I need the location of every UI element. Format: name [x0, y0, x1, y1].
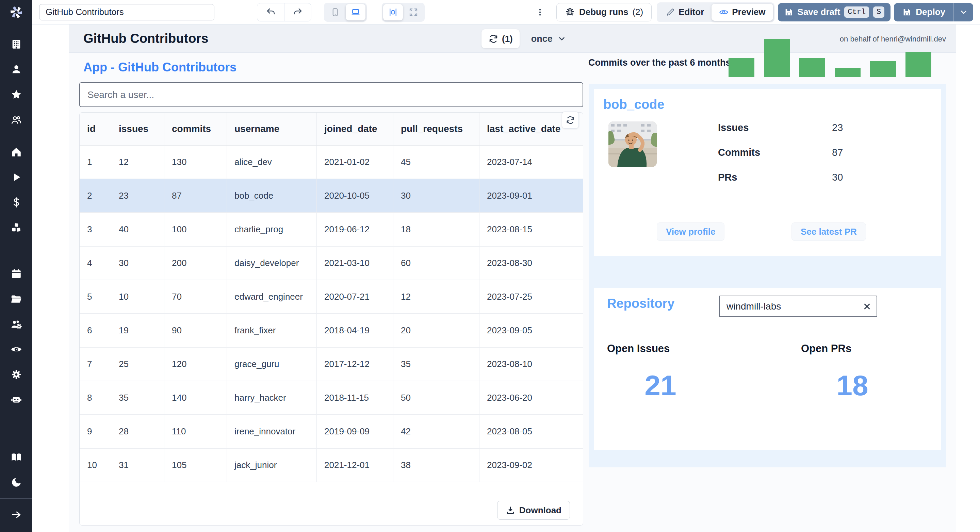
table-cell: 2023-07-14	[479, 146, 583, 179]
table-cell: 2023-09-05	[479, 314, 583, 347]
table-row[interactable]: 51070edward_engineer2020-07-21122023-07-…	[80, 280, 583, 314]
kebab-icon	[536, 8, 544, 17]
calendar-icon[interactable]	[10, 267, 23, 281]
arrow-right-icon[interactable]	[10, 508, 23, 521]
folder-icon[interactable]	[10, 292, 23, 306]
cubes-icon[interactable]	[10, 221, 23, 234]
preview-tab[interactable]: Preview	[711, 4, 773, 21]
view-profile-button[interactable]: View profile	[657, 222, 724, 241]
align-center-icon	[388, 7, 398, 17]
repository-input[interactable]	[720, 301, 858, 312]
save-draft-button[interactable]: Save draft Ctrl S	[778, 3, 891, 21]
editor-tab[interactable]: Editor	[658, 4, 711, 21]
save-icon	[902, 8, 912, 17]
table-row[interactable]: 22387bob_code2020-10-05302023-09-01	[80, 179, 583, 213]
table-row[interactable]: 340100charlie_prog2019-06-12182023-08-15	[80, 213, 583, 247]
moon-icon[interactable]	[10, 476, 23, 489]
play-icon[interactable]	[10, 170, 23, 184]
table-cell: jack_junior	[227, 449, 317, 482]
building-icon[interactable]	[10, 37, 23, 51]
table-row[interactable]: 61990frank_fixer2018-04-19202023-09-05	[80, 314, 583, 348]
chevron-down-icon	[557, 34, 566, 43]
layout-toggle-group	[382, 3, 425, 22]
refresh-icon	[566, 115, 575, 125]
table-row[interactable]: 1031105jack_junior2021-12-01382023-09-02	[80, 449, 583, 482]
table-row[interactable]: 928110irene_innovator2019-09-09422023-08…	[80, 415, 583, 449]
column-header-commits[interactable]: commits	[164, 113, 227, 145]
table-cell: 2023-08-30	[479, 247, 583, 279]
table-cell: 9	[80, 415, 111, 448]
column-header-username[interactable]: username	[227, 113, 317, 145]
table-cell: harry_hacker	[227, 381, 317, 414]
desktop-view-button[interactable]	[346, 4, 366, 21]
more-options-button[interactable]	[533, 8, 547, 17]
table-cell: 105	[164, 449, 227, 482]
robot-icon[interactable]	[10, 393, 23, 407]
debug-runs-label: Debug runs	[579, 7, 628, 17]
users-gear-icon[interactable]	[10, 318, 23, 331]
schedule-label: once	[531, 34, 553, 44]
mobile-view-button[interactable]	[325, 4, 345, 21]
debug-runs-button[interactable]: Debug runs (2)	[556, 3, 652, 21]
table-cell: 35	[111, 381, 164, 414]
redo-button[interactable]	[284, 3, 311, 21]
save-icon	[784, 8, 794, 17]
download-icon	[506, 505, 515, 515]
table-cell: 70	[164, 280, 227, 313]
dollar-icon[interactable]	[10, 195, 23, 209]
table-cell: 25	[111, 348, 164, 381]
table-cell: 28	[111, 415, 164, 448]
see-latest-pr-button[interactable]: See latest PR	[791, 222, 866, 241]
table-row[interactable]: 725120grace_guru2017-12-12352023-08-10	[80, 348, 583, 381]
table-cell: 30	[111, 247, 164, 279]
app-name-input[interactable]	[39, 4, 215, 21]
profile-username: bob_code	[603, 97, 664, 112]
star-icon[interactable]	[10, 88, 23, 102]
download-button[interactable]: Download	[497, 501, 570, 520]
table-cell: bob_code	[227, 179, 317, 212]
search-input[interactable]	[79, 82, 583, 107]
table-footer: Download	[80, 495, 583, 525]
table-cell: 2023-08-05	[479, 415, 583, 448]
table-cell: 2023-08-15	[479, 213, 583, 246]
redo-icon	[293, 7, 303, 17]
table-cell: 2023-09-02	[479, 449, 583, 482]
table-row[interactable]: 112130alice_dev2021-01-02452023-07-14	[80, 146, 583, 179]
open-prs-value: 18	[818, 369, 886, 402]
device-toggle-group	[324, 3, 367, 22]
app-refresh-button[interactable]: (1)	[482, 29, 520, 48]
schedule-dropdown[interactable]: once	[531, 34, 566, 44]
profile-card: bob_code	[594, 89, 941, 256]
preview-label: Preview	[732, 7, 765, 17]
users-icon[interactable]	[10, 113, 23, 127]
deploy-options-button[interactable]	[953, 3, 973, 21]
windmill-logo[interactable]	[0, 0, 32, 24]
home-icon[interactable]	[10, 145, 23, 159]
kbd-s: S	[873, 6, 885, 18]
fullscreen-button[interactable]	[404, 4, 423, 21]
main-content: GitHub Contributors (1) once	[32, 24, 980, 532]
column-header-joined_date[interactable]: joined_date	[317, 113, 393, 145]
table-row[interactable]: 430200daisy_developer2021-03-10602023-08…	[80, 247, 583, 280]
table-refresh-button[interactable]	[562, 111, 579, 129]
center-align-button[interactable]	[383, 4, 403, 21]
sidebar-divider	[0, 498, 32, 499]
table-row[interactable]: 835140harry_hacker2018-11-15502023-06-20	[80, 381, 583, 415]
table-cell: 23	[111, 179, 164, 212]
column-header-issues[interactable]: issues	[111, 113, 164, 145]
column-header-pull_requests[interactable]: pull_requests	[393, 113, 479, 145]
repository-title: Repository	[607, 296, 675, 311]
kbd-ctrl: Ctrl	[844, 6, 869, 18]
clear-input-button[interactable]	[858, 297, 877, 316]
book-icon[interactable]	[10, 450, 23, 464]
table-cell: 7	[80, 348, 111, 381]
gear-icon[interactable]	[10, 368, 23, 381]
user-icon[interactable]	[10, 63, 23, 76]
refresh-icon	[488, 34, 498, 44]
column-header-id[interactable]: id	[80, 113, 111, 145]
deploy-button[interactable]: Deploy	[894, 7, 953, 17]
commit-bar	[729, 58, 754, 77]
table-cell: 40	[111, 213, 164, 246]
undo-button[interactable]	[257, 3, 284, 21]
eye-icon[interactable]	[10, 343, 23, 356]
